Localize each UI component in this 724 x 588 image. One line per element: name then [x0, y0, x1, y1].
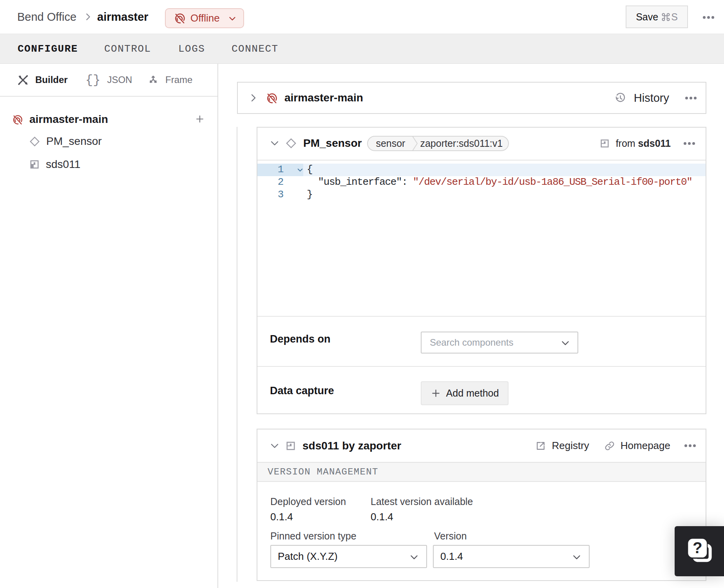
svg-text:?: ?	[693, 539, 702, 557]
